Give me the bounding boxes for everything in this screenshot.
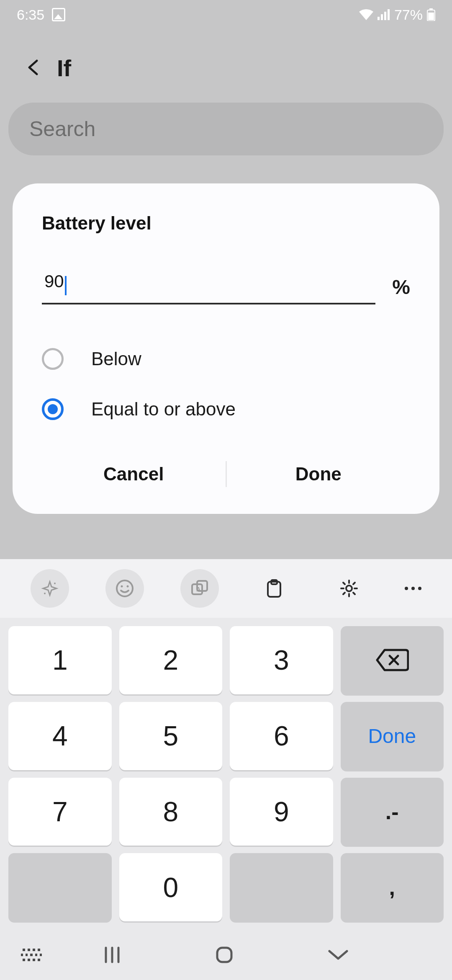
- svg-text:A: A: [196, 586, 200, 593]
- search-placeholder: Search: [29, 117, 95, 141]
- svg-point-17: [346, 585, 352, 591]
- keyboard-switch-button[interactable]: [21, 949, 42, 961]
- page-title: If: [57, 54, 71, 82]
- key-6[interactable]: 6: [230, 702, 333, 770]
- wifi-icon: [359, 9, 373, 20]
- svg-point-10: [121, 585, 123, 588]
- svg-rect-6: [428, 13, 434, 20]
- status-time: 6:35: [17, 7, 44, 23]
- svg-rect-23: [217, 948, 231, 962]
- key-5[interactable]: 5: [119, 702, 223, 770]
- key-9[interactable]: 9: [230, 778, 333, 846]
- svg-rect-0: [378, 17, 380, 20]
- emoji-button[interactable]: [105, 569, 144, 608]
- svg-rect-2: [384, 12, 386, 20]
- more-button[interactable]: [405, 587, 421, 590]
- translate-button[interactable]: A: [180, 569, 219, 608]
- settings-button[interactable]: [330, 569, 368, 608]
- key-2[interactable]: 2: [119, 626, 223, 694]
- key-0[interactable]: 0: [119, 853, 223, 921]
- cancel-button[interactable]: Cancel: [42, 451, 226, 497]
- key-1[interactable]: 1: [8, 626, 112, 694]
- status-battery-pct: 77%: [394, 7, 423, 23]
- key-comma[interactable]: ,: [341, 853, 444, 921]
- navigation-bar: [0, 930, 452, 980]
- key-backspace[interactable]: [341, 626, 444, 694]
- numeric-keyboard: A 1 2 3 4 5 6 Done 7 8 9 .-: [0, 559, 452, 930]
- percent-label: %: [392, 276, 410, 304]
- back-button[interactable]: [25, 59, 42, 77]
- key-dot-dash[interactable]: .-: [341, 778, 444, 846]
- status-bar: 6:35 77%: [0, 0, 452, 29]
- dialog-title: Battery level: [42, 213, 410, 234]
- battery-level-input[interactable]: 90: [42, 267, 375, 304]
- radio-option-below[interactable]: Below: [42, 334, 410, 384]
- key-4[interactable]: 4: [8, 702, 112, 770]
- svg-point-8: [44, 593, 46, 594]
- svg-rect-3: [388, 9, 390, 20]
- svg-point-11: [126, 585, 128, 588]
- sparkle-button[interactable]: [31, 569, 69, 608]
- text-cursor: [65, 276, 67, 295]
- battery-icon: [427, 8, 435, 21]
- radio-icon: [42, 398, 64, 420]
- keyboard-toolbar: A: [0, 559, 452, 618]
- cell-signal-icon: [378, 9, 390, 20]
- svg-rect-1: [381, 14, 383, 20]
- clipboard-button[interactable]: [255, 569, 293, 608]
- radio-label: Below: [91, 348, 141, 369]
- radio-icon: [42, 348, 64, 370]
- key-7[interactable]: 7: [8, 778, 112, 846]
- battery-level-dialog: Battery level 90 % Below Equal to or abo…: [13, 183, 439, 514]
- screenshot-icon: [52, 8, 65, 21]
- search-input[interactable]: Search: [8, 103, 444, 155]
- svg-point-9: [117, 580, 133, 596]
- recents-button[interactable]: [103, 945, 122, 965]
- key-blank-left[interactable]: [8, 853, 112, 921]
- key-done[interactable]: Done: [341, 702, 444, 770]
- done-button[interactable]: Done: [227, 451, 411, 497]
- key-8[interactable]: 8: [119, 778, 223, 846]
- radio-label: Equal to or above: [91, 399, 236, 420]
- home-button[interactable]: [214, 944, 235, 965]
- page-header: If: [0, 29, 452, 103]
- battery-level-value: 90: [44, 271, 64, 291]
- key-3[interactable]: 3: [230, 626, 333, 694]
- radio-option-equal-above[interactable]: Equal to or above: [42, 384, 410, 434]
- svg-point-7: [54, 583, 56, 584]
- hide-keyboard-button[interactable]: [327, 948, 349, 962]
- key-blank-right[interactable]: [230, 853, 333, 921]
